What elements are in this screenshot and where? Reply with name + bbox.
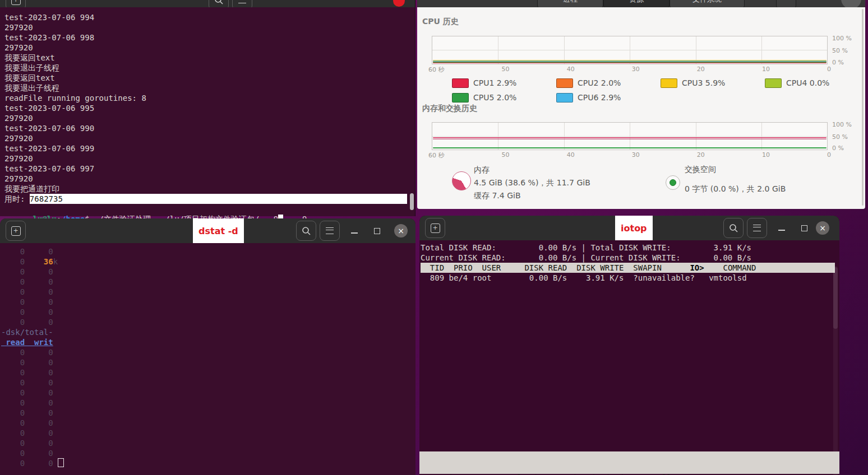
cpu-ytick-100: 100 % [832, 35, 852, 42]
dstat-titlebar[interactable]: + dstat -d × [0, 218, 415, 243]
new-tab-button[interactable]: + [6, 0, 26, 7]
memory-cache: 缓存 7.4 GiB [474, 191, 521, 201]
iotop-table-header[interactable]: TID PRIO USER DISK READ DISK WRITE SWAPI… [421, 263, 835, 273]
search-button[interactable] [723, 218, 744, 238]
dstat-row-36k: 0 36k [1, 257, 415, 267]
dstat-window: + dstat -d × 0 0 0 36k 0 0 0 0 0 0 0 0 0… [0, 218, 415, 475]
close-button[interactable]: × [394, 224, 408, 238]
memory-pie-icon [452, 171, 471, 190]
cpu5-swatch [452, 93, 469, 103]
legend-cpu1: CPU1 2.9% [452, 76, 556, 90]
minimize-button[interactable] [344, 221, 364, 241]
terminal-line: readFile running goroutines: 8 [4, 93, 415, 103]
dstat-row: 0 0 [1, 267, 415, 277]
dstat-row: 0 0 [1, 317, 415, 327]
iotop-scrollbar-thumb[interactable] [833, 267, 838, 329]
elapsed-label: 用时: [4, 194, 30, 204]
cpu-legend: CPU1 2.9% CPU2 2.0% CPU3 5.9% CPU4 0.0% … [452, 76, 868, 105]
close-button[interactable]: × [816, 221, 829, 235]
tab-processes[interactable]: 进程 [537, 0, 603, 7]
tab-resources[interactable]: 资源 [603, 0, 670, 7]
dstat-row: 0 0 [1, 408, 415, 418]
cpu6-swatch [556, 93, 573, 103]
iotop-sort-line: sort: r: asc left: SWAPIN right: COMMAND… [431, 463, 839, 473]
dstat-row: 0 0 [1, 448, 415, 458]
menu-button[interactable] [320, 221, 340, 241]
dstat-row: 0 0 [1, 347, 415, 357]
terminal-line: 我要退出子线程 [4, 83, 415, 93]
memory-history-title: 内存和交换历史 [422, 104, 477, 114]
system-monitor-window: 进程 资源 文件系统 CPU 历史 100 % 50 % 0 % 60 秒504… [417, 0, 865, 209]
dstat-row: 0 0 [1, 438, 415, 448]
scrollbar-thumb[interactable] [410, 193, 414, 210]
terminal-line: test-2023-07-06 997 [4, 164, 415, 174]
iotop-output: Total DISK READ: 0.00 B/s | Total DISK W… [419, 240, 839, 475]
x-tick-label: 50 [502, 66, 510, 74]
x-tick-label: 40 [567, 66, 575, 74]
minimize-button[interactable] [772, 218, 792, 238]
terminal-line: 297920 [4, 153, 415, 164]
cpu5-line [433, 62, 827, 63]
iotop-summary-current: Current DISK READ: 0.00 B/s | Current DI… [421, 253, 839, 263]
iotop-window: + iotop × Total DISK READ: 0.00 B/s | To… [419, 216, 839, 475]
mem-xticks: 60 秒50403020100 [428, 151, 831, 160]
cpu-ytick-0: 0 % [832, 59, 844, 66]
terminal-line: 297920 [4, 174, 415, 184]
maximize-button[interactable] [367, 221, 387, 241]
legend-cpu4: CPU4 0.0% [765, 76, 868, 90]
memory-history-chart [432, 122, 828, 150]
menu-button[interactable] [747, 218, 767, 238]
iotop-process-row[interactable]: 809 be/4 root 0.00 B/s 3.91 K/s ?unavail… [421, 273, 839, 283]
cpu-xticks: 60 秒50403020100 [428, 66, 831, 74]
minimize-icon [351, 232, 358, 234]
x-tick-label: 10 [762, 151, 770, 160]
new-tab-icon: + [431, 223, 440, 233]
sort-column-io[interactable]: IO> [690, 263, 704, 272]
prompt-line[interactable]: lu@lu:/home$ ./文件验证处理 ./lu/项目架构文件验证包/ 9 … [4, 204, 415, 214]
mem-ytick-0: 0 % [832, 145, 844, 152]
search-button[interactable] [296, 221, 316, 241]
window-control-circle[interactable] [841, 0, 861, 7]
terminal-main-titlebar: + [0, 0, 415, 7]
cpu1-swatch [452, 78, 469, 88]
dstat-row: 0 0 [1, 287, 415, 297]
x-tick-label: 30 [632, 66, 640, 74]
swap-usage: 0 字节 (0.0 %)，共 2.0 GiB [685, 184, 786, 194]
terminal-line: test-2023-07-06 994 [4, 12, 415, 22]
search-icon [302, 226, 311, 235]
tab-processes-label: 进程 [563, 0, 578, 4]
memory-line [433, 137, 827, 138]
terminal-line: test-2023-07-06 995 [4, 103, 415, 113]
tab-filesystems[interactable]: 文件系统 [670, 0, 745, 7]
terminal-line: test-2023-07-06 990 [4, 123, 415, 133]
x-tick-label: 60 秒 [428, 66, 445, 74]
legend-cpu6: CPU6 2.9% [556, 90, 661, 105]
dstat-last-row: 0 0 [1, 458, 415, 468]
legend-cpu3: CPU3 5.9% [661, 76, 765, 90]
menu-button[interactable] [232, 0, 252, 7]
iotop-titlebar[interactable]: + iotop × [419, 216, 839, 240]
swap-label: 交换空间 [685, 165, 716, 175]
new-tab-button[interactable]: + [6, 221, 26, 241]
mem-ytick-100: 100 % [832, 121, 852, 128]
x-tick-label: 40 [567, 151, 575, 160]
dstat-row: 0 0 [1, 357, 415, 367]
new-tab-button[interactable]: + [425, 218, 445, 238]
dstat-row: 0 0 [1, 277, 415, 287]
sysmon-scrollbar[interactable] [862, 9, 864, 206]
terminal-line: 我要退出子线程 [4, 63, 415, 73]
window-menu-button[interactable] [776, 0, 796, 7]
memory-usage: 4.5 GiB (38.6 %)，共 11.7 GiB [474, 178, 590, 188]
text-cursor [58, 458, 64, 467]
terminal-main-output: test-2023-07-06 994297920test-2023-07-06… [0, 7, 415, 214]
cpu3-swatch [661, 78, 677, 88]
cpu-ytick-50: 50 % [832, 47, 848, 54]
cpu6-line [433, 60, 827, 62]
terminal-line: test-2023-07-06 999 [4, 143, 415, 153]
maximize-button[interactable] [794, 218, 814, 238]
search-button[interactable] [209, 0, 229, 7]
iotop-window-title: iotop [615, 216, 653, 240]
selected-elapsed-value: 7682735 [30, 194, 407, 204]
close-button[interactable] [393, 0, 405, 7]
terminal-line: 我要把通道打印 [4, 184, 415, 194]
